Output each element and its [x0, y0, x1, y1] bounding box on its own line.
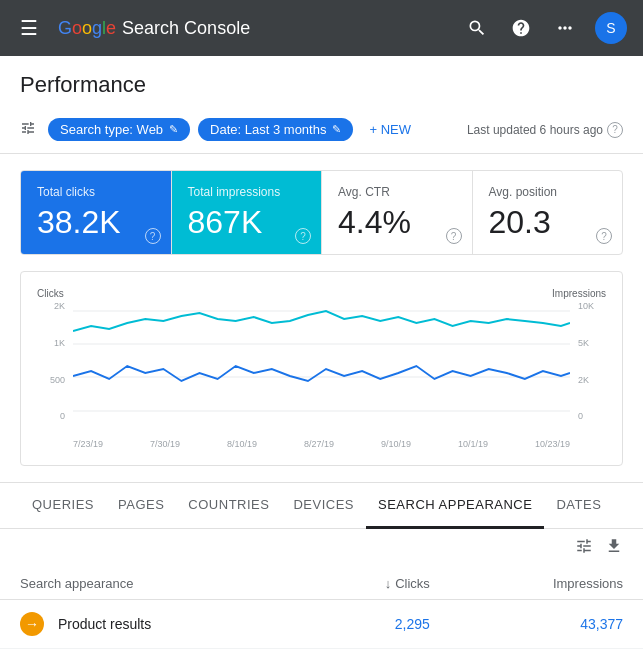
search-icon[interactable] — [463, 14, 491, 42]
total-impressions-label: Total impressions — [188, 185, 306, 199]
avg-position-help-icon[interactable]: ? — [596, 228, 612, 244]
tab-countries[interactable]: COUNTRIES — [176, 483, 281, 529]
tab-dates[interactable]: DATES — [544, 483, 613, 529]
y-axis-right-2k: 2K — [578, 375, 589, 385]
help-icon[interactable] — [507, 14, 535, 42]
last-updated-label: Last updated 6 hours ago — [467, 123, 603, 137]
total-clicks-label: Total clicks — [37, 185, 155, 199]
col-impressions-label: Impressions — [553, 576, 623, 591]
app-header: ☰ Google Search Console S — [0, 0, 643, 56]
y-axis-left-500: 500 — [50, 375, 65, 385]
tabs-row: QUERIES PAGES COUNTRIES DEVICES SEARCH A… — [0, 483, 643, 529]
tab-pages[interactable]: PAGES — [106, 483, 176, 529]
search-appearance-table: Search appearance ↓ Clicks Impressions — [0, 568, 643, 649]
page-title-bar: Performance — [0, 56, 643, 110]
y-axis-left-2k: 2K — [54, 301, 65, 311]
col-clicks-label: Clicks — [395, 576, 430, 591]
menu-icon[interactable]: ☰ — [16, 12, 42, 44]
tabs-section: QUERIES PAGES COUNTRIES DEVICES SEARCH A… — [0, 482, 643, 649]
header-actions: S — [463, 12, 627, 44]
total-clicks-help-icon[interactable]: ? — [145, 228, 161, 244]
google-wordmark: Google — [58, 18, 116, 39]
avg-ctr-label: Avg. CTR — [338, 185, 456, 199]
y-axis-right-0: 0 — [578, 411, 583, 421]
metrics-container: Total clicks 38.2K ? Total impressions 8… — [20, 170, 623, 255]
x-label-3: 8/10/19 — [227, 439, 257, 449]
impressions-line — [73, 311, 570, 331]
row-search-appearance-cell: → Product results — [0, 600, 300, 649]
avg-position-label: Avg. position — [489, 185, 607, 199]
col-impressions: Impressions — [450, 568, 643, 600]
tab-queries[interactable]: QUERIES — [20, 483, 106, 529]
page-title: Performance — [20, 72, 623, 98]
product-name: Search Console — [122, 18, 250, 39]
tab-devices[interactable]: DEVICES — [281, 483, 366, 529]
y-axis-left-1k: 1K — [54, 338, 65, 348]
chart-right-axis-label: Impressions — [552, 288, 606, 299]
tab-search-appearance[interactable]: SEARCH APPEARANCE — [366, 483, 544, 529]
product-results-icon: → — [20, 612, 44, 636]
x-label-6: 10/1/19 — [458, 439, 488, 449]
total-impressions-card[interactable]: Total impressions 867K ? — [172, 171, 323, 254]
table-row: → Product results 2,295 43,377 — [0, 600, 643, 649]
y-axis-right-10k: 10K — [578, 301, 594, 311]
user-avatar[interactable]: S — [595, 12, 627, 44]
y-axis-left-0: 0 — [60, 411, 65, 421]
performance-chart: Clicks Impressions 2K 1K 500 0 — [20, 271, 623, 466]
download-icon[interactable] — [605, 537, 623, 560]
y-axis-right-5k: 5K — [578, 338, 589, 348]
filter-icon — [20, 120, 36, 140]
table-toolbar — [0, 529, 643, 568]
x-label-1: 7/23/19 — [73, 439, 103, 449]
avg-ctr-help-icon[interactable]: ? — [446, 228, 462, 244]
row-label: Product results — [58, 616, 151, 632]
row-clicks-cell: 2,295 — [300, 600, 449, 649]
filter-bar: Search type: Web ✎ Date: Last 3 months ✎… — [0, 110, 643, 154]
avg-position-card[interactable]: Avg. position 20.3 ? — [473, 171, 623, 254]
apps-icon[interactable] — [551, 14, 579, 42]
chart-svg — [73, 301, 570, 431]
search-type-label: Search type: Web — [60, 122, 163, 137]
col-search-appearance: Search appearance — [0, 568, 300, 600]
total-clicks-card[interactable]: Total clicks 38.2K ? — [21, 171, 172, 254]
col-clicks[interactable]: ↓ Clicks — [300, 568, 449, 600]
total-impressions-value: 867K — [188, 205, 306, 240]
last-updated-text: Last updated 6 hours ago ? — [467, 122, 623, 138]
total-impressions-help-icon[interactable]: ? — [295, 228, 311, 244]
chart-left-axis-label: Clicks — [37, 288, 64, 299]
x-label-2: 7/30/19 — [150, 439, 180, 449]
x-label-7: 10/23/19 — [535, 439, 570, 449]
search-type-edit-icon: ✎ — [169, 123, 178, 136]
sort-arrow-icon: ↓ — [385, 576, 392, 591]
filter-rows-icon[interactable] — [575, 537, 593, 560]
clicks-line — [73, 366, 570, 381]
avg-position-value: 20.3 — [489, 205, 607, 240]
row-impressions-cell: 43,377 — [450, 600, 643, 649]
search-type-filter[interactable]: Search type: Web ✎ — [48, 118, 190, 141]
avg-ctr-card[interactable]: Avg. CTR 4.4% ? — [322, 171, 473, 254]
col-search-appearance-label: Search appearance — [20, 576, 133, 591]
total-clicks-value: 38.2K — [37, 205, 155, 240]
last-updated-help-icon[interactable]: ? — [607, 122, 623, 138]
date-edit-icon: ✎ — [332, 123, 341, 136]
avg-ctr-value: 4.4% — [338, 205, 456, 240]
date-filter[interactable]: Date: Last 3 months ✎ — [198, 118, 353, 141]
x-label-4: 8/27/19 — [304, 439, 334, 449]
x-label-5: 9/10/19 — [381, 439, 411, 449]
date-label: Date: Last 3 months — [210, 122, 326, 137]
new-filter-button[interactable]: + NEW — [361, 118, 419, 141]
app-logo: Google Search Console — [58, 18, 250, 39]
page-content: Performance Search type: Web ✎ Date: Las… — [0, 56, 643, 655]
